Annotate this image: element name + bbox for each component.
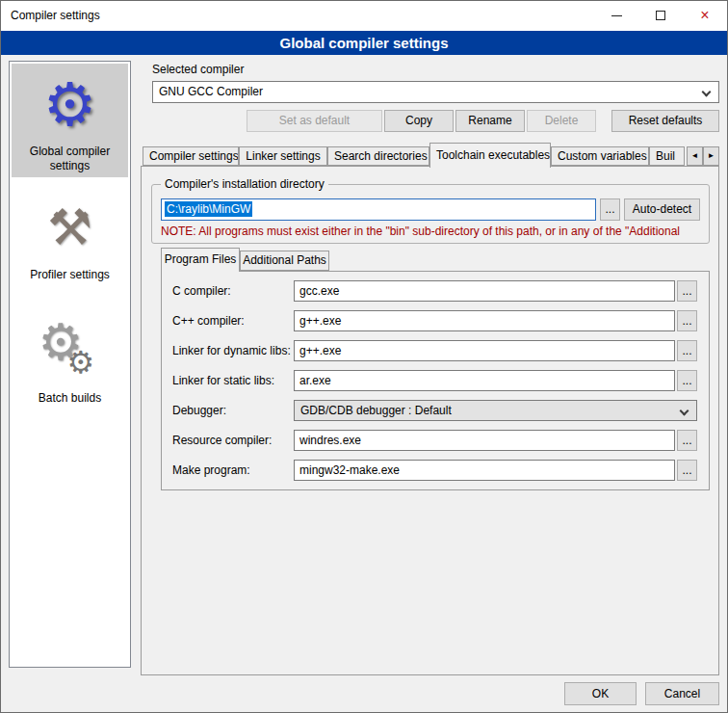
sidebar-item-label: Global compiler settings	[12, 145, 128, 173]
gear-icon: ⚙	[43, 69, 97, 140]
selected-compiler-label: Selected compiler	[152, 63, 244, 76]
sidebar-item-profiler-settings[interactable]: ⚒ Profiler settings	[12, 187, 128, 301]
tab-custom-variables[interactable]: Custom variables	[551, 146, 649, 166]
installation-directory-title: Compiler's installation directory	[161, 177, 328, 191]
tab-build-options[interactable]: Buil	[649, 146, 685, 166]
maximize-icon	[656, 11, 665, 20]
browse-directory-button[interactable]: ...	[600, 198, 620, 221]
scroll-left-icon: ◄	[691, 151, 699, 160]
tab-linker-settings[interactable]: Linker settings	[239, 146, 327, 166]
reset-defaults-button[interactable]: Reset defaults	[611, 110, 719, 132]
resource-compiler-input[interactable]	[294, 430, 675, 451]
c-compiler-input[interactable]	[294, 280, 675, 302]
installation-directory-input[interactable]: C:\raylib\MinGW	[161, 198, 596, 221]
tab-compiler-settings[interactable]: Compiler settings	[143, 146, 239, 166]
subtab-additional-paths[interactable]: Additional Paths	[240, 251, 329, 271]
c-compiler-browse-button[interactable]: ...	[677, 280, 697, 302]
linker-static-input[interactable]	[294, 370, 675, 391]
window-title: Compiler settings	[11, 1, 100, 31]
c-compiler-label: C compiler:	[172, 280, 231, 302]
cpp-compiler-input[interactable]	[294, 310, 675, 331]
close-icon: ×	[683, 1, 727, 29]
scroll-right-icon: ►	[708, 151, 715, 160]
subtab-program-files[interactable]: Program Files	[161, 248, 240, 272]
cpp-compiler-label: C++ compiler:	[172, 310, 245, 331]
set-as-default-button[interactable]: Set as default	[247, 110, 382, 132]
make-program-input[interactable]	[294, 460, 675, 481]
tab-scroll-left-button[interactable]: ◄	[687, 146, 703, 166]
resource-compiler-browse-button[interactable]: ...	[677, 430, 697, 451]
make-program-browse-button[interactable]: ...	[677, 460, 697, 481]
tab-scroll-right-button[interactable]: ►	[703, 146, 719, 166]
tab-search-directories[interactable]: Search directories	[327, 146, 429, 166]
copy-button[interactable]: Copy	[384, 110, 454, 132]
minimize-icon	[611, 15, 622, 16]
sidebar-item-label: Batch builds	[12, 391, 128, 406]
make-program-label: Make program:	[172, 460, 250, 481]
debugger-select-value: GDB/CDB debugger : Default	[300, 404, 452, 417]
tab-toolchain-executables[interactable]: Toolchain executables	[429, 143, 551, 168]
sidebar-item-global-compiler-settings[interactable]: ⚙ Global compiler settings	[12, 64, 128, 177]
chevron-down-icon	[702, 88, 712, 97]
compiler-select[interactable]: GNU GCC Compiler	[152, 81, 719, 103]
linker-dynamic-input[interactable]	[294, 340, 675, 361]
chevron-down-icon	[680, 407, 689, 416]
profiler-icon: ⚒	[47, 198, 92, 256]
delete-button[interactable]: Delete	[527, 110, 596, 132]
linker-static-browse-button[interactable]: ...	[677, 370, 697, 391]
install-note: NOTE: All programs must exist either in …	[161, 224, 713, 238]
sidebar-item-batch-builds[interactable]: ⚙ ⚙ Batch builds	[12, 310, 128, 424]
linker-static-label: Linker for static libs:	[172, 370, 274, 391]
compiler-settings-dialog: Compiler settings × Global compiler sett…	[0, 0, 728, 713]
resource-compiler-label: Resource compiler:	[172, 430, 272, 451]
compiler-select-value: GNU GCC Compiler	[159, 85, 263, 98]
close-button[interactable]: ×	[683, 1, 727, 31]
maximize-button[interactable]	[638, 1, 683, 31]
rename-button[interactable]: Rename	[455, 110, 525, 132]
debugger-select[interactable]: GDB/CDB debugger : Default	[294, 400, 697, 421]
minimize-button[interactable]	[594, 1, 638, 31]
sidebar: ⚙ Global compiler settings ⚒ Profiler se…	[9, 61, 131, 668]
linker-dynamic-label: Linker for dynamic libs:	[172, 340, 291, 361]
auto-detect-button[interactable]: Auto-detect	[624, 198, 700, 221]
sidebar-item-label: Profiler settings	[12, 268, 128, 282]
cpp-compiler-browse-button[interactable]: ...	[677, 310, 697, 331]
ok-button[interactable]: OK	[564, 682, 637, 705]
installation-directory-value: C:\raylib\MinGW	[165, 201, 252, 217]
titlebar: Compiler settings ×	[1, 1, 727, 31]
gear-icon: ⚙	[67, 344, 95, 381]
batch-builds-icon: ⚙ ⚙	[35, 315, 106, 386]
dialog-header: Global compiler settings	[1, 31, 727, 55]
cancel-button[interactable]: Cancel	[645, 682, 719, 705]
linker-dynamic-browse-button[interactable]: ...	[677, 340, 697, 361]
debugger-label: Debugger:	[172, 400, 226, 421]
